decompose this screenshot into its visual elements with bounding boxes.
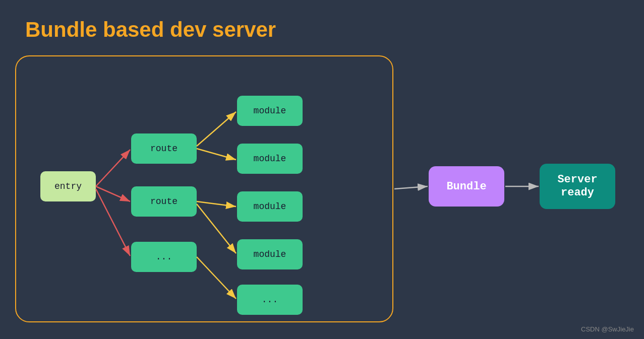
entry-node: entry — [40, 171, 96, 201]
dots1-node: ... — [131, 242, 197, 272]
watermark: CSDN @SwJieJie — [581, 325, 634, 333]
bundle-node: Bundle — [429, 166, 504, 207]
page-title: Bundle based dev server — [25, 18, 276, 42]
route1-node: route — [131, 133, 197, 164]
server-ready-node: Server ready — [540, 164, 615, 209]
module1-node: module — [237, 96, 303, 126]
module2-node: module — [237, 144, 303, 174]
route2-node: route — [131, 186, 197, 217]
module4-node: module — [237, 239, 303, 269]
dots2-node: ... — [237, 285, 303, 315]
module3-node: module — [237, 191, 303, 222]
diagram-container: entry route route ... module module modu… — [15, 55, 630, 327]
svg-line-11 — [394, 186, 428, 189]
